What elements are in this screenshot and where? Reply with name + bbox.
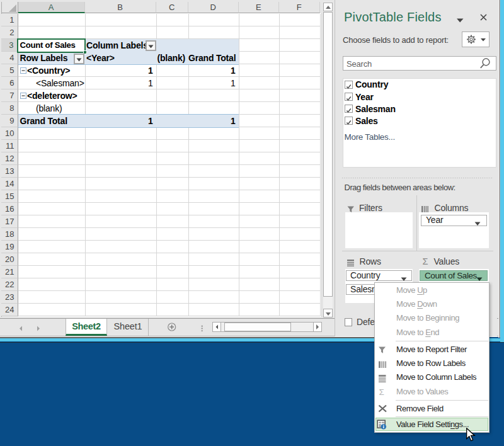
- svg-text:Σ: Σ: [379, 387, 384, 396]
